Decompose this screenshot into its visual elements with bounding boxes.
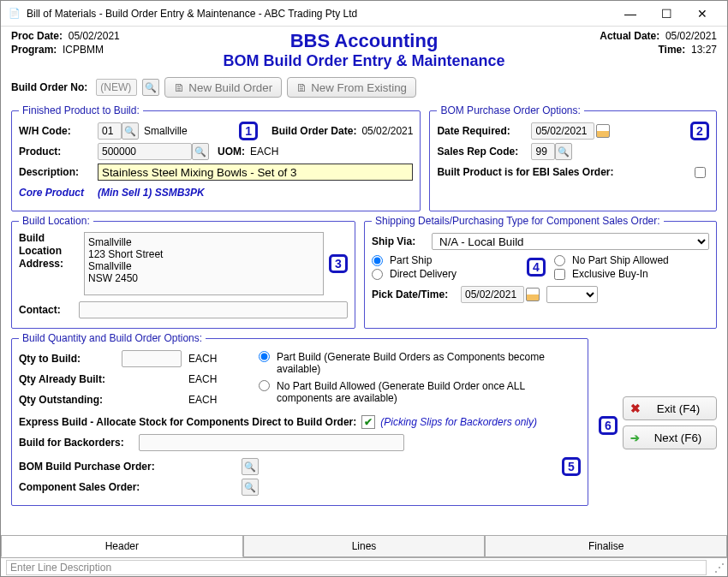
exit-button[interactable]: ✖Exit (F4) bbox=[623, 396, 717, 420]
description-field[interactable] bbox=[98, 164, 413, 181]
calendar-icon[interactable] bbox=[596, 124, 610, 138]
calendar-icon[interactable] bbox=[526, 288, 540, 301]
status-input[interactable] bbox=[6, 560, 707, 575]
build-order-date-value: 05/02/2021 bbox=[361, 125, 413, 137]
no-part-ship-radio[interactable] bbox=[554, 255, 565, 266]
qty-outstanding-label: Qty Outstanding: bbox=[19, 394, 122, 406]
ebi-label: Built Product is for EBI Sales Order: bbox=[437, 166, 695, 178]
screen-title: BOM Build Order Entry & Maintenance bbox=[182, 52, 546, 70]
callout-5: 5 bbox=[562, 457, 581, 476]
titlebar: 📄 Bill of Materials - Build Order Entry … bbox=[1, 1, 727, 27]
resize-grip-icon: ⋰ bbox=[712, 562, 727, 574]
proc-date-label: Proc Date: bbox=[11, 30, 63, 42]
bom-po-lookup-button[interactable]: 🔍 bbox=[242, 458, 259, 475]
minimize-button[interactable]: — bbox=[612, 2, 648, 26]
time-label: Time: bbox=[659, 44, 686, 56]
window-title: Bill of Materials - Build Order Entry & … bbox=[27, 8, 612, 20]
ship-via-label: Ship Via: bbox=[372, 235, 432, 247]
part-build-label: Part Build (Generate Build Orders as Com… bbox=[277, 351, 581, 375]
sales-rep-field[interactable]: 99 bbox=[531, 143, 555, 160]
product-lookup-button[interactable]: 🔍 bbox=[192, 143, 209, 160]
actual-date-label: Actual Date: bbox=[600, 30, 659, 42]
part-ship-radio[interactable] bbox=[372, 255, 383, 266]
callout-6: 6 bbox=[599, 416, 618, 435]
express-note: (Picking Slips for Backorders only) bbox=[380, 416, 537, 428]
exclusive-buyin-label: Exclusive Buy-In bbox=[572, 268, 648, 280]
description-label: Description: bbox=[19, 166, 98, 178]
component-so-lookup-button[interactable]: 🔍 bbox=[242, 479, 259, 496]
finished-legend: Finished Product to Build: bbox=[19, 104, 143, 116]
product-field[interactable]: 500000 bbox=[98, 143, 192, 160]
product-label: Product: bbox=[19, 146, 98, 158]
part-build-radio[interactable] bbox=[259, 351, 270, 362]
ship-via-select[interactable]: N/A - Local Build bbox=[432, 233, 709, 250]
tab-lines[interactable]: Lines bbox=[243, 536, 486, 557]
build-location-legend: Build Location: bbox=[19, 215, 93, 227]
po-options-legend: BOM Purchase Order Options: bbox=[437, 104, 583, 116]
new-from-existing-button[interactable]: 🗎New From Existing bbox=[287, 77, 416, 98]
page-icon: 🗎 bbox=[174, 81, 185, 94]
new-build-order-button[interactable]: 🗎New Build Order bbox=[164, 77, 282, 98]
app-icon: 📄 bbox=[8, 7, 21, 21]
bom-po-label: BOM Build Purchase Order: bbox=[19, 461, 182, 473]
close-button[interactable]: ✕ bbox=[684, 2, 720, 26]
build-order-no-label: Build Order No: bbox=[11, 81, 87, 93]
build-order-no-field[interactable]: (NEW) bbox=[96, 79, 137, 96]
callout-2: 2 bbox=[690, 122, 709, 140]
express-build-checkbox[interactable]: ✔ bbox=[361, 415, 375, 429]
header: Proc Date: 05/02/2021 Program: ICPBMM BB… bbox=[1, 27, 727, 74]
sales-rep-lookup-button[interactable]: 🔍 bbox=[555, 143, 572, 160]
no-part-build-label: No Part Build Allowed (Generate Build Or… bbox=[277, 380, 581, 404]
qty-to-build-uom: EACH bbox=[188, 353, 217, 365]
contact-label: Contact: bbox=[19, 304, 79, 316]
direct-delivery-label: Direct Delivery bbox=[390, 268, 456, 280]
backorders-label: Build for Backorders: bbox=[19, 437, 139, 449]
build-address-label: Build Location Address: bbox=[19, 232, 79, 271]
exclusive-buyin-checkbox[interactable] bbox=[554, 269, 565, 280]
wh-lookup-button[interactable]: 🔍 bbox=[122, 122, 139, 140]
core-product-label: Core Product bbox=[19, 187, 98, 199]
callout-1: 1 bbox=[239, 122, 258, 140]
build-order-lookup-button[interactable]: 🔍 bbox=[142, 79, 159, 96]
maximize-button[interactable]: ☐ bbox=[648, 2, 684, 26]
contact-field[interactable] bbox=[79, 301, 348, 318]
shipping-legend: Shipping Details/Purchasing Type for Com… bbox=[372, 215, 664, 227]
ebi-checkbox[interactable] bbox=[695, 167, 706, 178]
qty-legend: Build Quantity and Build Order Options: bbox=[19, 332, 206, 344]
status-bar: ⋰ bbox=[1, 557, 727, 576]
tab-header[interactable]: Header bbox=[1, 536, 243, 557]
direct-delivery-radio[interactable] bbox=[372, 269, 383, 280]
app-title: BBS Accounting bbox=[182, 30, 546, 52]
build-address-field[interactable]: Smallville 123 Short Street Smallville N… bbox=[84, 232, 324, 295]
next-button[interactable]: ➔Next (F6) bbox=[623, 425, 717, 449]
arrow-right-icon: ➔ bbox=[630, 431, 640, 444]
backorders-field[interactable] bbox=[139, 434, 404, 451]
time-value: 13:27 bbox=[691, 44, 717, 56]
toolbar: Build Order No: (NEW) 🔍 🗎New Build Order… bbox=[1, 74, 727, 101]
qty-to-build-field[interactable] bbox=[122, 350, 182, 367]
callout-3: 3 bbox=[329, 254, 348, 273]
qty-already-uom: EACH bbox=[188, 373, 217, 385]
build-order-date-label: Build Order Date: bbox=[272, 125, 356, 137]
date-required-label: Date Required: bbox=[437, 125, 531, 137]
uom-value: EACH bbox=[250, 146, 278, 158]
express-build-label: Express Build - Allocate Stock for Compo… bbox=[19, 416, 356, 428]
qty-already-label: Qty Already Built: bbox=[19, 373, 122, 385]
page-icon: 🗎 bbox=[296, 81, 307, 94]
core-product-value: (Min Sell 1) SSMB3PK bbox=[98, 187, 205, 199]
program-value: ICPBMM bbox=[63, 44, 104, 56]
tabbar: Header Lines Finalise bbox=[1, 535, 727, 557]
wh-code-field[interactable]: 01 bbox=[98, 122, 122, 140]
wh-code-label: W/H Code: bbox=[19, 125, 98, 137]
tab-finalise[interactable]: Finalise bbox=[485, 536, 727, 557]
date-required-field[interactable]: 05/02/2021 bbox=[531, 122, 594, 140]
program-label: Program: bbox=[11, 44, 57, 56]
qty-to-build-label: Qty to Build: bbox=[19, 353, 122, 365]
no-part-build-radio[interactable] bbox=[259, 380, 270, 391]
wh-name: Smallville bbox=[144, 125, 188, 137]
pick-date-field[interactable]: 05/02/2021 bbox=[461, 286, 524, 303]
callout-4: 4 bbox=[527, 258, 546, 277]
no-part-ship-label: No Part Ship Allowed bbox=[572, 254, 669, 266]
pick-time-select[interactable] bbox=[546, 286, 598, 303]
qty-outstanding-uom: EACH bbox=[188, 394, 217, 406]
